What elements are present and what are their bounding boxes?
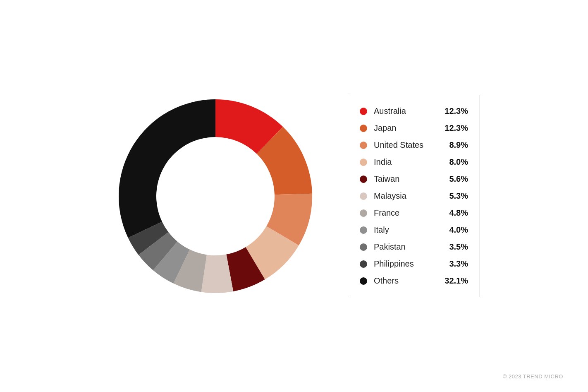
legend-value: 32.1% xyxy=(443,276,468,286)
legend-value: 4.8% xyxy=(443,208,468,218)
legend-item-others: Others32.1% xyxy=(360,272,468,289)
donut-svg xyxy=(108,89,323,304)
legend-item-japan: Japan12.3% xyxy=(360,120,468,137)
legend-item-italy: Italy4.0% xyxy=(360,221,468,238)
legend-value: 4.0% xyxy=(443,225,468,235)
legend-value: 3.3% xyxy=(443,259,468,269)
legend-box: Australia12.3%Japan12.3%United States8.9… xyxy=(348,95,480,297)
page-container: Australia12.3%Japan12.3%United States8.9… xyxy=(0,0,588,392)
legend-item-india: India8.0% xyxy=(360,154,468,171)
legend-item-taiwan: Taiwan5.6% xyxy=(360,171,468,188)
legend-value: 5.3% xyxy=(443,191,468,201)
donut-chart xyxy=(108,89,323,304)
legend-label: France xyxy=(374,208,443,218)
legend-dot xyxy=(360,277,367,285)
legend-dot xyxy=(360,243,367,251)
legend-value: 8.0% xyxy=(443,157,468,167)
legend-item-philippines: Philippines3.3% xyxy=(360,255,468,272)
legend-label: Malaysia xyxy=(374,191,443,201)
copyright-text: © 2023 TREND MICRO xyxy=(503,373,563,380)
legend-dot xyxy=(360,226,367,234)
legend-dot xyxy=(360,125,367,132)
legend-item-australia: Australia12.3% xyxy=(360,103,468,120)
legend-dot xyxy=(360,209,367,217)
legend-value: 8.9% xyxy=(443,140,468,150)
legend-dot xyxy=(360,108,367,115)
legend-dot xyxy=(360,260,367,268)
legend-item-united-states: United States8.9% xyxy=(360,137,468,154)
legend-dot xyxy=(360,159,367,166)
legend-value: 5.6% xyxy=(443,174,468,184)
legend-value: 12.3% xyxy=(443,106,468,116)
legend-label: Philippines xyxy=(374,259,443,269)
legend-label: United States xyxy=(374,140,443,150)
legend-label: India xyxy=(374,157,443,167)
legend-dot xyxy=(360,176,367,183)
legend-label: Japan xyxy=(374,123,443,133)
donut-segment-others xyxy=(119,99,215,238)
legend-label: Taiwan xyxy=(374,174,443,184)
legend-dot xyxy=(360,142,367,149)
legend-label: Others xyxy=(374,276,443,286)
legend-dot xyxy=(360,192,367,200)
legend-item-france: France4.8% xyxy=(360,204,468,221)
legend-item-pakistan: Pakistan3.5% xyxy=(360,238,468,255)
legend-item-malaysia: Malaysia5.3% xyxy=(360,188,468,204)
legend-label: Italy xyxy=(374,225,443,235)
legend-value: 12.3% xyxy=(443,123,468,133)
legend-value: 3.5% xyxy=(443,242,468,252)
legend-label: Pakistan xyxy=(374,242,443,252)
legend-label: Australia xyxy=(374,106,443,116)
